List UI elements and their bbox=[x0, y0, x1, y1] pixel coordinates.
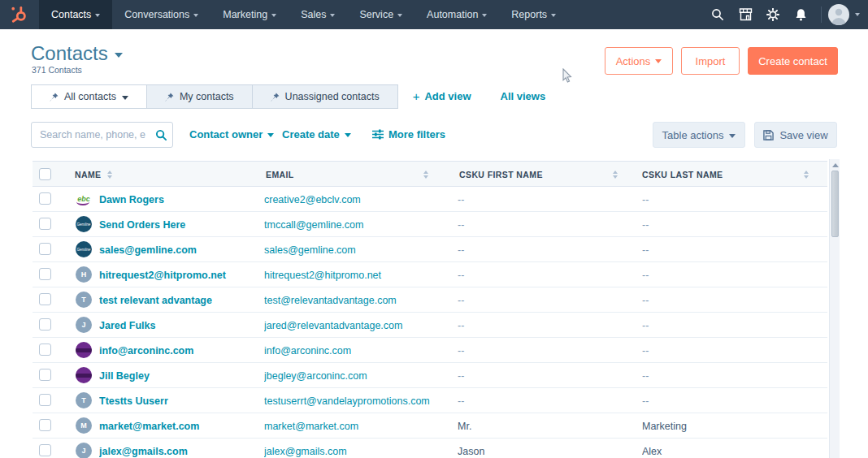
contact-avatar bbox=[76, 342, 92, 358]
row-checkbox[interactable] bbox=[39, 318, 51, 331]
settings-icon[interactable] bbox=[759, 0, 787, 29]
sort-icon[interactable] bbox=[107, 171, 112, 179]
nav-item-marketing[interactable]: Marketing bbox=[210, 0, 289, 29]
contact-name-link[interactable]: Jared Fulks bbox=[99, 313, 258, 338]
csku-last-name-cell: -- bbox=[642, 363, 805, 388]
row-checkbox[interactable] bbox=[39, 444, 51, 456]
view-tab-label: All contacts bbox=[64, 91, 116, 102]
search-input[interactable] bbox=[32, 129, 150, 140]
nav-item-sales[interactable]: Sales bbox=[289, 0, 347, 29]
search-icon[interactable] bbox=[704, 0, 731, 29]
view-tab-unassigned-contacts[interactable]: Unassigned contacts bbox=[252, 84, 398, 108]
table-row: info@arconinc.com info@arconinc.com -- -… bbox=[33, 338, 827, 363]
notifications-icon[interactable] bbox=[787, 0, 814, 29]
column-header-csku-last-name[interactable]: CSKU LAST NAME bbox=[642, 162, 809, 188]
sort-icon[interactable] bbox=[804, 171, 809, 179]
hubspot-logo-icon[interactable] bbox=[0, 0, 39, 29]
contact-avatar bbox=[76, 367, 92, 383]
contact-name-link[interactable]: jalex@gmails.com bbox=[99, 439, 258, 458]
contact-email-link[interactable]: jalex@gmails.com bbox=[264, 439, 451, 458]
nav-item-conversations[interactable]: Conversations bbox=[112, 0, 210, 29]
contact-email-link[interactable]: jared@relevantadvantage.com bbox=[264, 313, 451, 338]
row-checkbox[interactable] bbox=[39, 293, 51, 305]
nav-item-contacts[interactable]: Contacts bbox=[39, 0, 112, 29]
csku-first-name-cell: Jason bbox=[458, 439, 616, 458]
nav-item-label: Reports bbox=[511, 9, 547, 20]
nav-item-automation[interactable]: Automation bbox=[414, 0, 499, 29]
import-button[interactable]: Import bbox=[681, 47, 740, 75]
contact-avatar: J bbox=[76, 443, 92, 458]
contact-email-link[interactable]: creative2@ebclv.com bbox=[264, 187, 451, 212]
contact-name-link[interactable]: Send Orders Here bbox=[99, 212, 258, 237]
marketplace-icon[interactable] bbox=[731, 0, 759, 29]
filter-sliders-icon bbox=[372, 129, 384, 140]
select-all-checkbox[interactable] bbox=[39, 168, 51, 180]
row-checkbox[interactable] bbox=[39, 268, 51, 280]
create-contact-button[interactable]: Create contact bbox=[748, 47, 838, 75]
csku-last-name-cell: -- bbox=[642, 262, 805, 287]
csku-last-name-cell: -- bbox=[642, 313, 805, 338]
table-actions-button[interactable]: Table actions bbox=[653, 122, 745, 148]
contact-name-link[interactable]: market@market.com bbox=[99, 413, 258, 439]
row-checkbox[interactable] bbox=[39, 369, 51, 381]
add-view-link[interactable]: + Add view bbox=[398, 84, 486, 109]
row-checkbox[interactable] bbox=[39, 218, 51, 230]
view-tab-all-contacts[interactable]: All contacts bbox=[31, 84, 146, 108]
contact-email-link[interactable]: info@arconinc.com bbox=[264, 338, 451, 363]
row-checkbox[interactable] bbox=[39, 419, 51, 431]
contact-email-link[interactable]: hitrequest2@hitpromo.net bbox=[264, 262, 451, 287]
nav-item-service[interactable]: Service bbox=[347, 0, 414, 29]
chevron-down-icon[interactable] bbox=[855, 13, 860, 16]
search-submit-icon[interactable] bbox=[150, 123, 172, 147]
contact-name-link[interactable]: test relevant advantage bbox=[99, 287, 258, 313]
create-date-filter[interactable]: Create date bbox=[282, 128, 351, 140]
chevron-down-icon bbox=[729, 134, 736, 138]
column-header-csku-first-name[interactable]: CSKU FIRST NAME bbox=[459, 162, 618, 188]
chevron-down-icon bbox=[397, 14, 402, 17]
row-checkbox[interactable] bbox=[39, 394, 51, 406]
save-view-label: Save view bbox=[779, 129, 827, 141]
contact-email-link[interactable]: jbegley@arconinc.com bbox=[264, 363, 451, 388]
contact-email-link[interactable]: tmccall@gemline.com bbox=[264, 212, 451, 237]
scroll-up-arrow-icon[interactable] bbox=[830, 161, 840, 169]
contact-name-link[interactable]: hitrequest2@hitpromo.net bbox=[99, 262, 258, 287]
chevron-down-icon bbox=[482, 14, 487, 17]
actions-button-label: Actions bbox=[616, 55, 651, 67]
page-title[interactable]: Contacts bbox=[31, 42, 123, 65]
contact-email-link[interactable]: sales@gemline.com bbox=[264, 237, 451, 262]
csku-first-name-cell: -- bbox=[458, 313, 616, 338]
scrollbar-thumb[interactable] bbox=[831, 171, 839, 237]
contact-email-link[interactable]: testuserrt@vandelaypromotions.com bbox=[264, 388, 451, 413]
contact-owner-filter-label: Contact owner bbox=[189, 128, 263, 140]
contact-count: 371 Contacts bbox=[32, 65, 82, 75]
user-avatar[interactable] bbox=[828, 4, 849, 25]
vertical-scrollbar[interactable] bbox=[829, 159, 840, 458]
sort-icon[interactable] bbox=[423, 171, 428, 179]
row-checkbox[interactable] bbox=[39, 192, 51, 205]
more-filters-button[interactable]: More filters bbox=[372, 128, 445, 140]
contact-name-link[interactable]: Dawn Rogers bbox=[99, 187, 258, 212]
nav-item-reports[interactable]: Reports bbox=[499, 0, 568, 29]
all-views-link[interactable]: All views bbox=[486, 84, 561, 109]
contact-name-link[interactable]: sales@gemline.com bbox=[99, 237, 258, 262]
save-view-button[interactable]: Save view bbox=[754, 122, 837, 148]
column-header-email[interactable]: EMAIL bbox=[266, 162, 428, 188]
actions-button[interactable]: Actions bbox=[605, 47, 673, 75]
view-tab-my-contacts[interactable]: My contacts bbox=[146, 84, 252, 108]
contact-email-link[interactable]: market@market.com bbox=[264, 413, 451, 439]
contact-name-link[interactable]: Ttestts Uuserr bbox=[99, 388, 258, 413]
contact-name-link[interactable]: Jill Begley bbox=[99, 363, 258, 388]
contact-name-link[interactable]: info@arconinc.com bbox=[99, 338, 258, 363]
row-checkbox[interactable] bbox=[39, 243, 51, 255]
csku-first-name-cell: -- bbox=[458, 363, 616, 388]
column-header-name[interactable]: NAME bbox=[75, 162, 258, 188]
csku-first-name-cell: -- bbox=[458, 187, 616, 212]
chevron-down-icon bbox=[115, 53, 123, 58]
contact-email-link[interactable]: test@relevantadvantage.com bbox=[264, 287, 451, 313]
row-checkbox[interactable] bbox=[39, 344, 51, 356]
contact-owner-filter[interactable]: Contact owner bbox=[189, 128, 274, 140]
column-label: NAME bbox=[75, 170, 102, 179]
page-title-text: Contacts bbox=[31, 42, 108, 65]
view-tabs-group: All contacts My contacts Unassigned co bbox=[31, 84, 398, 109]
sort-icon[interactable] bbox=[613, 171, 618, 179]
